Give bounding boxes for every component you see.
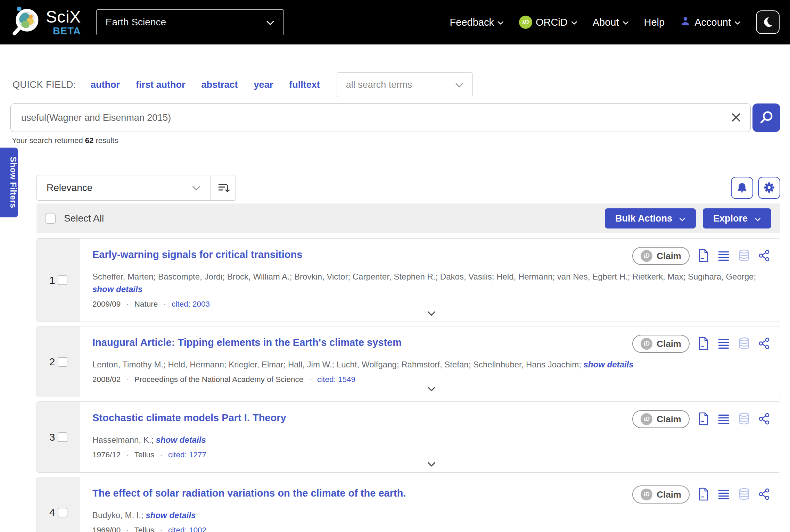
result-title[interactable]: Early-warning signals for critical trans…	[92, 247, 302, 260]
result-body: The effect of solar radiation variations…	[80, 477, 780, 532]
share-button[interactable]	[758, 488, 770, 501]
quick-field-year[interactable]: year	[254, 80, 273, 90]
results-count: 62	[85, 136, 93, 145]
orcid-claim-button[interactable]: iD Claim	[632, 335, 690, 353]
orcid-claim-button[interactable]: iD Claim	[632, 410, 690, 428]
orcid-claim-button[interactable]: iD Claim	[632, 485, 690, 504]
show-details-link[interactable]: show details	[146, 510, 196, 520]
share-icon	[758, 413, 770, 426]
bar-buttons: Bulk Actions Explore	[605, 208, 771, 228]
feedback-menu[interactable]: Feedback	[450, 17, 504, 28]
result-body: Early-warning signals for critical trans…	[80, 239, 780, 322]
abstract-button[interactable]	[717, 338, 730, 350]
quick-field-fulltext[interactable]: fulltext	[289, 80, 320, 90]
orcid-claim-button[interactable]: iD Claim	[632, 247, 690, 265]
fulltext-sources-button[interactable]	[698, 412, 709, 426]
meta-separator: ·	[160, 450, 163, 459]
list-icon	[717, 338, 730, 350]
quick-field-abstract[interactable]: abstract	[201, 80, 238, 90]
data-products-button[interactable]	[738, 249, 750, 263]
chevron-down-icon	[427, 311, 436, 317]
collection-select-value: Earth Science	[106, 17, 166, 28]
claim-label: Claim	[657, 414, 681, 425]
about-menu[interactable]: About	[593, 17, 629, 28]
share-icon	[758, 338, 770, 350]
share-button[interactable]	[758, 413, 770, 426]
chevron-down-icon	[192, 182, 201, 193]
claim-label: Claim	[657, 489, 681, 500]
result-select-column: 1	[37, 239, 80, 322]
result-title[interactable]: Stochastic climate models Part I. Theory	[92, 410, 286, 424]
share-button[interactable]	[758, 250, 770, 263]
show-details-link[interactable]: show details	[156, 435, 206, 444]
settings-button[interactable]	[758, 177, 780, 199]
cited-link[interactable]: cited: 2003	[172, 300, 210, 309]
list-icon	[717, 250, 730, 263]
quick-field-row: QUICK FIELD: author first author abstrac…	[13, 72, 780, 97]
chevron-down-icon	[497, 21, 504, 25]
expand-result-button[interactable]	[427, 462, 436, 468]
result-card: 3 Stochastic climate models Part I. Theo…	[36, 401, 780, 473]
abstract-button[interactable]	[717, 413, 730, 426]
cited-link[interactable]: cited: 1277	[168, 450, 206, 459]
person-icon	[680, 16, 691, 29]
result-number: 3	[49, 431, 55, 443]
collection-select[interactable]: Earth Science	[96, 9, 284, 35]
account-menu[interactable]: Account	[680, 16, 741, 29]
show-filters-tab[interactable]: Show Filters	[0, 148, 18, 217]
data-products-button[interactable]	[738, 413, 750, 426]
fulltext-sources-button[interactable]	[698, 337, 709, 351]
meta-separator: ·	[126, 450, 129, 459]
search-input[interactable]	[11, 113, 722, 123]
result-title[interactable]: The effect of solar radiation variations…	[92, 485, 406, 499]
result-title[interactable]: Inaugural Article: Tipping elements in t…	[92, 335, 402, 348]
data-products-button[interactable]	[738, 488, 750, 501]
result-checkbox[interactable]	[58, 275, 67, 285]
explore-button[interactable]: Explore	[703, 208, 771, 228]
sort-select-value: Relevance	[47, 182, 92, 193]
chevron-down-icon	[266, 20, 274, 26]
data-products-button[interactable]	[738, 337, 750, 351]
gear-icon	[763, 181, 775, 195]
bulk-actions-button[interactable]: Bulk Actions	[605, 208, 696, 228]
scix-logo[interactable]: SciX BETA	[10, 6, 81, 39]
help-link[interactable]: Help	[644, 17, 665, 28]
notifications-button[interactable]	[731, 177, 753, 199]
result-number: 1	[49, 274, 55, 286]
search-bar-row	[10, 103, 780, 132]
orcid-menu[interactable]: iD ORCiD	[519, 16, 577, 29]
cited-link[interactable]: cited: 1549	[317, 375, 355, 384]
meta-separator: ·	[160, 526, 163, 532]
search-terms-select[interactable]: all search terms	[337, 72, 473, 97]
result-checkbox[interactable]	[58, 432, 67, 442]
explore-label: Explore	[713, 213, 748, 224]
search-button[interactable]	[752, 103, 780, 132]
sort-direction-button[interactable]	[211, 175, 236, 201]
share-button[interactable]	[758, 338, 770, 350]
quick-field-first-author[interactable]: first author	[136, 80, 186, 90]
expand-result-button[interactable]	[427, 311, 436, 317]
dark-mode-toggle[interactable]	[756, 10, 780, 34]
sort-select[interactable]: Relevance	[36, 175, 211, 201]
select-all-bar: Select All Bulk Actions Explore	[36, 203, 780, 233]
fulltext-sources-button[interactable]	[698, 249, 709, 263]
fulltext-sources-button[interactable]	[698, 488, 709, 502]
chevron-down-icon	[427, 386, 436, 393]
result-number: 4	[49, 507, 55, 518]
result-checkbox[interactable]	[58, 357, 67, 367]
result-checkbox[interactable]	[58, 508, 67, 517]
moon-icon	[762, 16, 774, 29]
abstract-button[interactable]	[717, 250, 730, 263]
result-card: 2 Inaugural Article: Tipping elements in…	[36, 326, 780, 397]
show-details-link[interactable]: show details	[584, 360, 634, 369]
clear-search-button[interactable]	[722, 112, 750, 124]
quick-field-author[interactable]: author	[91, 80, 120, 90]
result-card: 4 The effect of solar radiation variatio…	[36, 477, 780, 532]
select-all-checkbox[interactable]	[46, 214, 56, 224]
show-details-link[interactable]: show details	[92, 284, 142, 294]
expand-result-button[interactable]	[427, 386, 436, 393]
abstract-button[interactable]	[717, 488, 730, 501]
cited-link[interactable]: cited: 1002	[168, 526, 206, 532]
orcid-label: ORCiD	[536, 17, 568, 28]
authors-text: Hasselmann, K.;	[92, 435, 154, 444]
